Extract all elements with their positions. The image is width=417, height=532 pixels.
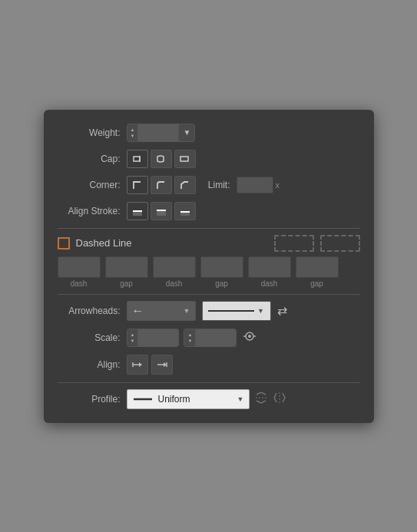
svg-rect-2 — [180, 157, 188, 161]
align-stroke-label: Align Stroke: — [58, 206, 127, 216]
gap-input-2[interactable] — [200, 256, 243, 278]
align-row: Align: — [58, 355, 360, 375]
end-line-preview — [208, 310, 254, 312]
profile-flip-vertical-button[interactable] — [254, 391, 268, 408]
corner-round-button[interactable] — [151, 176, 172, 194]
gap-label-1: gap — [120, 279, 133, 288]
align-end-button[interactable] — [151, 355, 173, 375]
limit-label: Limit: — [203, 180, 237, 190]
svg-marker-14 — [139, 362, 142, 367]
weight-row: Weight: ▲ ▼ 4 px ▼ — [58, 124, 360, 142]
flip-horizontal-icon — [273, 391, 286, 405]
scale-spinner-2[interactable]: ▲ ▼ 100% — [184, 329, 237, 347]
scale-label: Scale: — [58, 332, 127, 343]
profile-flip-horizontal-button[interactable] — [273, 391, 286, 408]
corner-bevel-button[interactable] — [174, 176, 196, 194]
weight-up-arrow[interactable]: ▲ — [129, 127, 137, 133]
cap-row: Cap: — [58, 150, 360, 168]
align-stroke-outside-icon — [179, 205, 191, 217]
corner-round-icon — [155, 179, 167, 191]
dash-label-3: dash — [261, 279, 278, 288]
align-start-button[interactable] — [127, 355, 148, 375]
corner-miter-button[interactable] — [127, 176, 148, 194]
end-line-select[interactable]: ▼ — [202, 301, 271, 321]
cap-square-button[interactable] — [174, 150, 196, 168]
scale-input-1[interactable]: 100% — [138, 329, 178, 346]
dash-input-2-group: dash — [153, 256, 196, 288]
align-label: Align: — [58, 359, 127, 370]
scale-2-arrows[interactable]: ▲ ▼ — [184, 329, 196, 346]
weight-input[interactable]: 4 px — [138, 124, 178, 141]
weight-label: Weight: — [58, 127, 127, 138]
align-stroke-inside-button[interactable] — [151, 202, 172, 220]
profile-row: Profile: Uniform ▼ — [58, 389, 360, 409]
corner-label: Corner: — [58, 180, 127, 190]
scale-2-up[interactable]: ▲ — [186, 332, 194, 338]
dash-input-3-group: dash — [248, 256, 291, 288]
scale-spinner-1[interactable]: ▲ ▼ 100% — [127, 329, 180, 347]
align-stroke-center-button[interactable] — [127, 202, 148, 220]
gap-input-3[interactable] — [296, 256, 339, 278]
align-stroke-inside-icon — [155, 205, 167, 217]
align-end-icon — [156, 359, 168, 371]
scale-2-down[interactable]: ▼ — [186, 338, 194, 344]
svg-rect-0 — [134, 157, 140, 161]
cap-round-button[interactable] — [151, 150, 172, 168]
scale-1-up[interactable]: ▲ — [129, 332, 137, 338]
flip-vertical-icon — [254, 391, 268, 405]
dash-input-2[interactable] — [153, 256, 196, 278]
weight-down-arrow[interactable]: ▼ — [129, 133, 137, 139]
dashed-preset-2[interactable] — [320, 235, 360, 252]
gap-label-2: gap — [215, 279, 228, 288]
dashed-line-row: Dashed Line — [58, 235, 360, 252]
svg-point-10 — [248, 335, 251, 338]
end-line-dropdown: ▼ — [257, 307, 264, 315]
profile-line-preview — [132, 393, 154, 405]
dash-input-1[interactable] — [58, 256, 101, 278]
scale-1-arrows[interactable]: ▲ ▼ — [127, 329, 139, 346]
arrowheads-label: Arrowheads: — [58, 306, 127, 316]
weight-dropdown-arrow[interactable]: ▼ — [178, 124, 194, 141]
dashed-preset-1[interactable] — [274, 235, 314, 252]
gap-input-2-group: gap — [200, 256, 243, 288]
weight-spinner[interactable]: ▲ ▼ 4 px ▼ — [127, 124, 196, 142]
gap-input-1[interactable] — [105, 256, 148, 278]
align-start-icon — [131, 359, 144, 371]
dashed-line-label: Dashed Line — [76, 237, 271, 249]
dash-gap-inputs: dash gap dash gap dash gap — [58, 256, 360, 288]
dashed-line-checkbox[interactable] — [58, 237, 70, 249]
arrowheads-swap-button[interactable]: ⇄ — [276, 302, 289, 319]
start-arrow-dropdown: ▼ — [184, 307, 190, 315]
start-arrow-icon: ← — [132, 304, 180, 318]
limit-input[interactable] — [237, 177, 273, 193]
dash-input-1-group: dash — [58, 256, 101, 288]
divider-1 — [58, 228, 360, 229]
corner-miter-icon — [131, 179, 144, 191]
dashed-presets — [271, 235, 360, 252]
scale-row: Scale: ▲ ▼ 100% ▲ ▼ 100% — [58, 329, 360, 347]
arrowheads-row: Arrowheads: ← ▼ ▼ ⇄ — [58, 301, 360, 321]
gap-input-3-group: gap — [296, 256, 339, 288]
svg-rect-3 — [133, 212, 142, 216]
dash-label-1: dash — [71, 279, 88, 288]
cap-label: Cap: — [58, 154, 127, 164]
divider-3 — [58, 382, 360, 383]
svg-rect-5 — [157, 210, 166, 216]
stroke-panel: Weight: ▲ ▼ 4 px ▼ Cap: — [44, 110, 374, 423]
dash-input-3[interactable] — [248, 256, 291, 278]
scale-1-down[interactable]: ▼ — [129, 338, 137, 344]
cap-round-icon — [155, 153, 167, 165]
cap-butt-button[interactable] — [127, 150, 148, 168]
cap-square-icon — [179, 153, 191, 165]
profile-select[interactable]: Uniform ▼ — [127, 389, 250, 409]
align-stroke-outside-button[interactable] — [174, 202, 196, 220]
cap-butt-icon — [131, 153, 144, 165]
profile-label: Profile: — [58, 394, 127, 405]
start-arrow-select[interactable]: ← ▼ — [127, 301, 196, 321]
scale-link-button[interactable] — [241, 329, 258, 345]
profile-value: Uniform — [158, 394, 234, 405]
align-stroke-center-icon — [131, 205, 144, 217]
scale-input-2[interactable]: 100% — [196, 329, 236, 346]
profile-dropdown-arrow: ▼ — [237, 395, 244, 403]
weight-spinner-arrows[interactable]: ▲ ▼ — [127, 124, 139, 141]
